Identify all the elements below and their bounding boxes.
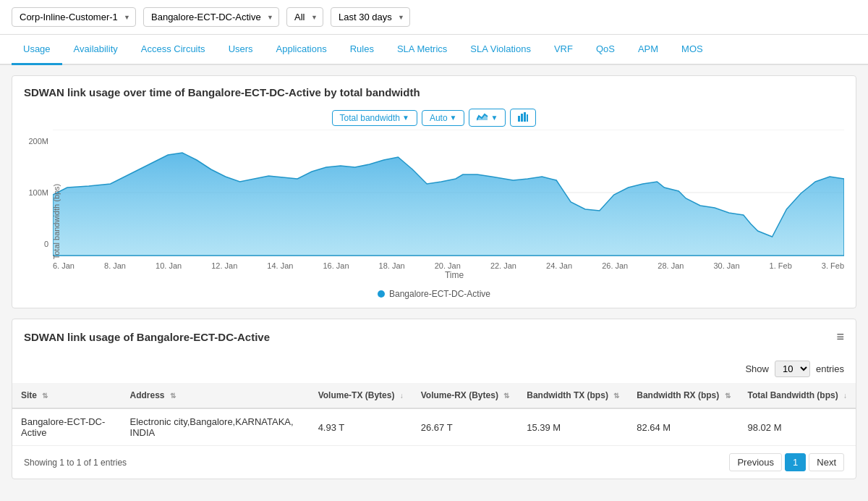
y-label-200m: 200M xyxy=(28,137,48,146)
col-address: Address ⇅ xyxy=(122,383,310,408)
svg-rect-3 xyxy=(524,112,526,122)
col-total-bw: Total Bandwidth (bps) ↓ xyxy=(739,383,856,408)
bandwidth-dropdown-arrow: ▼ xyxy=(402,114,409,122)
tab-availability[interactable]: Availability xyxy=(62,35,129,65)
x-label-13: 30. Jan xyxy=(713,261,739,270)
table-row: Bangalore-ECT-DC-Active Electronic city,… xyxy=(12,408,856,445)
auto-btn[interactable]: Auto ▼ xyxy=(422,110,465,126)
chart-title: SDWAN link usage over time of Bangalore-… xyxy=(12,76,856,104)
x-label-10: 24. Jan xyxy=(546,261,572,270)
y-axis-title: Total bandwidth (bps) xyxy=(52,184,61,260)
chart-legend: Bangalore-ECT-DC-Active xyxy=(12,283,856,308)
customer-dropdown[interactable]: Corp-Inline-Customer-1 xyxy=(12,7,136,27)
sort-icon-vol-tx: ↓ xyxy=(400,392,404,400)
col-bw-rx: Bandwidth RX (bps) ⇅ xyxy=(628,383,739,408)
auto-label: Auto xyxy=(430,113,448,123)
auto-dropdown-arrow: ▼ xyxy=(450,114,457,122)
chart-controls: Total bandwidth ▼ Auto ▼ ▼ xyxy=(12,104,856,130)
tab-users[interactable]: Users xyxy=(217,35,265,65)
sort-icon-bw-tx: ⇅ xyxy=(613,392,619,400)
total-bandwidth-btn[interactable]: Total bandwidth ▼ xyxy=(332,110,417,126)
tab-sla-metrics[interactable]: SLA Metrics xyxy=(386,35,459,65)
svg-rect-4 xyxy=(527,114,528,122)
table-menu-icon[interactable]: ≡ xyxy=(836,329,844,345)
col-vol-tx: Volume-TX (Bytes) ↓ xyxy=(310,383,412,408)
x-label-9: 22. Jan xyxy=(490,261,516,270)
sort-icon-vol-rx: ⇅ xyxy=(503,392,509,400)
x-label-4: 12. Jan xyxy=(211,261,237,270)
cell-vol-rx: 26.67 T xyxy=(412,408,518,445)
y-label-0: 0 xyxy=(44,240,48,248)
tab-apm[interactable]: APM xyxy=(626,35,670,65)
x-label-15: 3. Feb xyxy=(822,261,844,270)
cell-site: Bangalore-ECT-DC-Active xyxy=(12,408,122,445)
tab-applications[interactable]: Applications xyxy=(265,35,339,65)
col-site: Site ⇅ xyxy=(12,383,122,408)
filter-dropdown[interactable]: All xyxy=(286,7,323,27)
table-header: SDWAN link usage of Bangalore-ECT-DC-Act… xyxy=(12,319,856,355)
svg-rect-1 xyxy=(518,116,520,122)
site-dropdown[interactable]: Bangalore-ECT-DC-Active xyxy=(143,7,279,27)
tab-sla-violations[interactable]: SLA Violations xyxy=(459,35,542,65)
entries-label: entries xyxy=(816,363,844,374)
legend-label: Bangalore-ECT-DC-Active xyxy=(389,289,490,299)
table-title: SDWAN link usage of Bangalore-ECT-DC-Act… xyxy=(24,331,270,343)
bar-chart-icon xyxy=(518,111,528,124)
next-button[interactable]: Next xyxy=(809,453,844,471)
sort-icon-total-bw: ↓ xyxy=(843,392,847,400)
time-dropdown[interactable]: Last 30 days xyxy=(331,7,410,27)
col-vol-rx: Volume-RX (Bytes) ⇅ xyxy=(412,383,518,408)
col-bw-tx: Bandwidth TX (bps) ⇅ xyxy=(518,383,628,408)
x-label-11: 26. Jan xyxy=(602,261,628,270)
area-chart-btn[interactable]: ▼ xyxy=(469,109,506,127)
x-axis-labels: 6. Jan 8. Jan 10. Jan 12. Jan 14. Jan 16… xyxy=(53,258,844,270)
show-label: Show xyxy=(745,363,769,374)
sort-icon-site: ⇅ xyxy=(42,392,48,400)
table-header-row: Site ⇅ Address ⇅ Volume-TX (Bytes) ↓ Vol… xyxy=(12,383,856,408)
y-axis-labels: 200M 100M 0 xyxy=(24,130,53,270)
chart-inner: 6. Jan 8. Jan 10. Jan 12. Jan 14. Jan 16… xyxy=(53,130,844,270)
sort-icon-address: ⇅ xyxy=(170,392,176,400)
tab-rules[interactable]: Rules xyxy=(339,35,386,65)
x-label-7: 18. Jan xyxy=(379,261,405,270)
tab-mos[interactable]: MOS xyxy=(670,35,715,65)
tab-vrf[interactable]: VRF xyxy=(542,35,584,65)
chart-wrapper: 200M 100M 0 xyxy=(12,130,856,270)
legend-dot xyxy=(378,290,385,298)
cell-vol-tx: 4.93 T xyxy=(310,408,412,445)
x-axis-title: Time xyxy=(53,270,856,283)
entries-select[interactable]: 10 25 50 xyxy=(775,361,810,377)
total-bandwidth-label: Total bandwidth xyxy=(340,113,400,123)
table-controls: Show 10 25 50 entries xyxy=(12,355,856,383)
site-dropdown-wrapper: Bangalore-ECT-DC-Active xyxy=(143,7,279,27)
showing-text: Showing 1 to 1 of 1 entries xyxy=(24,458,127,468)
cell-address: Electronic city,Bangalore,KARNATAKA, IND… xyxy=(122,408,310,445)
top-bar: Corp-Inline-Customer-1 Bangalore-ECT-DC-… xyxy=(0,0,868,35)
table-footer: Showing 1 to 1 of 1 entries Previous 1 N… xyxy=(12,445,856,479)
x-label-1: 6. Jan xyxy=(53,261,75,270)
svg-rect-2 xyxy=(521,114,523,122)
x-label-5: 14. Jan xyxy=(267,261,293,270)
chart-type-arrow: ▼ xyxy=(490,114,498,122)
table-panel: SDWAN link usage of Bangalore-ECT-DC-Act… xyxy=(12,319,856,479)
customer-dropdown-wrapper: Corp-Inline-Customer-1 xyxy=(12,7,136,27)
nav-tabs: Usage Availability Access Circuits Users… xyxy=(0,35,868,65)
cell-bw-tx: 15.39 M xyxy=(518,408,628,445)
area-chart-icon xyxy=(477,111,488,124)
cell-total-bw: 98.02 M xyxy=(739,408,856,445)
bar-chart-btn[interactable] xyxy=(510,109,536,127)
main-content: SDWAN link usage over time of Bangalore-… xyxy=(0,65,868,489)
data-table: Site ⇅ Address ⇅ Volume-TX (Bytes) ↓ Vol… xyxy=(12,383,856,445)
page-1-button[interactable]: 1 xyxy=(785,453,806,471)
x-label-8: 20. Jan xyxy=(435,261,461,270)
tab-usage[interactable]: Usage xyxy=(12,35,62,65)
x-label-14: 1. Feb xyxy=(770,261,792,270)
pagination: Previous 1 Next xyxy=(729,453,844,471)
x-label-3: 10. Jan xyxy=(156,261,182,270)
tab-qos[interactable]: QoS xyxy=(584,35,626,65)
sort-icon-bw-rx: ⇅ xyxy=(725,392,731,400)
prev-button[interactable]: Previous xyxy=(729,453,782,471)
y-label-100m: 100M xyxy=(28,188,48,197)
tab-access-circuits[interactable]: Access Circuits xyxy=(129,35,217,65)
chart-panel: SDWAN link usage over time of Bangalore-… xyxy=(12,75,856,308)
